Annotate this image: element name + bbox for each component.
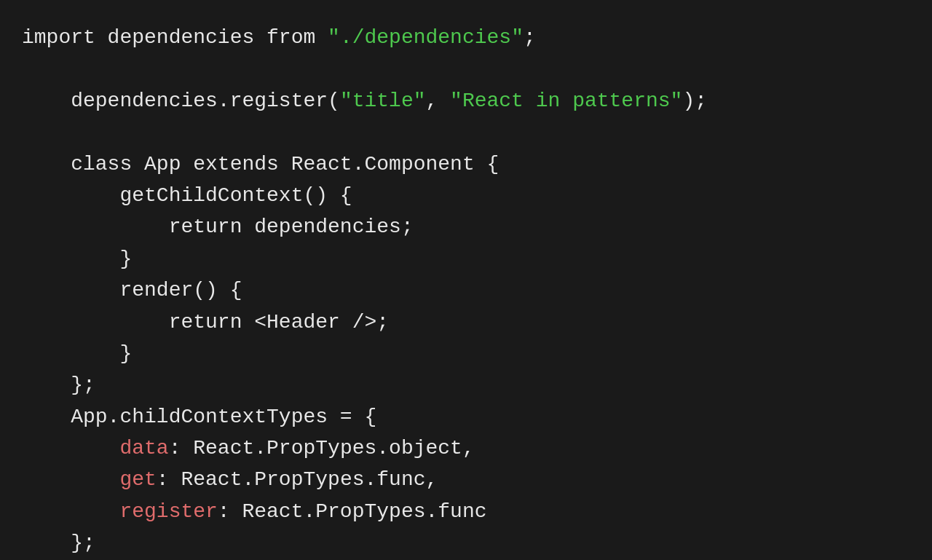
code-token: register bbox=[119, 500, 217, 523]
code-line: render() { bbox=[22, 275, 910, 306]
code-token: }; bbox=[22, 374, 95, 396]
code-token: return dependencies; bbox=[22, 216, 414, 238]
code-token: return <Header />; bbox=[22, 311, 389, 334]
code-token: "./dependencies" bbox=[328, 26, 524, 49]
code-token: App.childContextTypes = { bbox=[22, 406, 376, 428]
code-block: import dependencies from "./dependencies… bbox=[22, 22, 910, 559]
code-token: : React.PropTypes.object, bbox=[169, 437, 475, 460]
code-token: }; bbox=[22, 532, 95, 554]
code-token: import dependencies bbox=[22, 26, 266, 49]
code-token: data bbox=[119, 437, 168, 460]
code-token: get bbox=[119, 468, 156, 491]
code-token bbox=[22, 468, 119, 491]
code-token: "title" bbox=[340, 90, 426, 112]
code-token: "React in patterns" bbox=[450, 90, 682, 112]
code-line: dependencies.register("title", "React in… bbox=[22, 85, 910, 117]
code-container: import dependencies from "./dependencies… bbox=[0, 0, 932, 560]
code-line: data: React.PropTypes.object, bbox=[22, 433, 910, 464]
code-line: return <Header />; bbox=[22, 307, 910, 338]
code-token: getChildContext() { bbox=[22, 184, 352, 207]
code-token: class App extends React.Component { bbox=[22, 153, 499, 176]
code-line: class App extends React.Component { bbox=[22, 149, 910, 180]
code-token: } bbox=[22, 342, 132, 365]
code-line bbox=[22, 117, 910, 148]
code-line bbox=[22, 53, 910, 84]
code-line: App.childContextTypes = { bbox=[22, 401, 910, 433]
code-line: }; bbox=[22, 527, 910, 559]
code-line: import dependencies from "./dependencies… bbox=[22, 22, 910, 53]
code-token: : React.PropTypes.func, bbox=[157, 468, 438, 491]
code-token: , bbox=[426, 90, 451, 112]
code-line: get: React.PropTypes.func, bbox=[22, 464, 910, 495]
code-line: getChildContext() { bbox=[22, 180, 910, 211]
code-token: } bbox=[22, 248, 132, 270]
code-token: dependencies.register( bbox=[22, 90, 340, 112]
code-line: }; bbox=[22, 369, 910, 401]
code-token bbox=[315, 26, 328, 49]
code-token: from bbox=[266, 26, 315, 49]
code-token bbox=[22, 500, 119, 523]
code-line: } bbox=[22, 338, 910, 369]
code-token: ; bbox=[524, 26, 536, 49]
code-token: ); bbox=[682, 90, 707, 112]
code-token: : React.PropTypes.func bbox=[218, 500, 487, 523]
code-line: } bbox=[22, 243, 910, 275]
code-line: register: React.PropTypes.func bbox=[22, 496, 910, 527]
code-line: return dependencies; bbox=[22, 211, 910, 242]
code-token bbox=[22, 437, 119, 460]
code-token: render() { bbox=[22, 279, 242, 301]
